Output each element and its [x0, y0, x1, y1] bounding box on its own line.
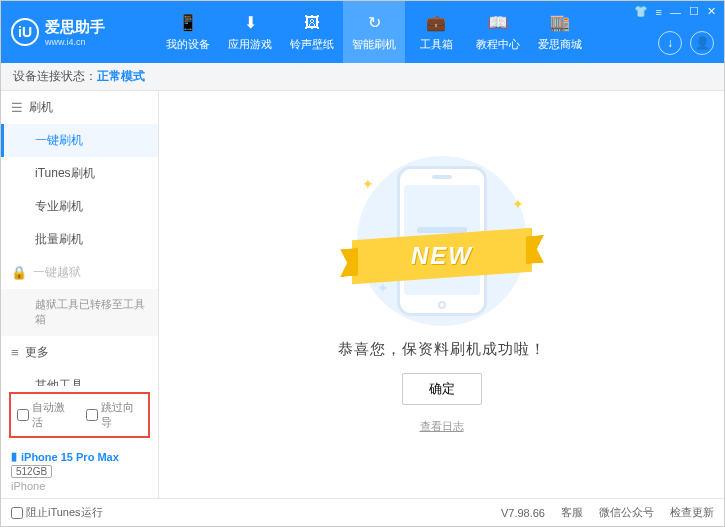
device-storage: 512GB [11, 465, 52, 478]
sidebar-group-jailbreak: 🔒一键越狱 [1, 256, 158, 289]
status-label: 设备连接状态： [13, 68, 97, 85]
sidebar-item-batch[interactable]: 批量刷机 [1, 223, 158, 256]
sidebar-item-othertools[interactable]: 其他工具 [1, 369, 158, 386]
footer-update[interactable]: 检查更新 [670, 505, 714, 520]
sparkle-icon: ✦ [512, 196, 524, 212]
menu-icon[interactable]: ≡ [656, 6, 662, 18]
sidebar-item-pro[interactable]: 专业刷机 [1, 190, 158, 223]
sidebar-item-oneclick[interactable]: 一键刷机 [1, 124, 158, 157]
status-bar: 设备连接状态： 正常模式 [1, 63, 724, 91]
sparkle-icon: ✦ [362, 176, 374, 192]
header: iU 爱思助手 www.i4.cn 📱我的设备 ⬇应用游戏 🖼铃声壁纸 ↻智能刷… [1, 1, 724, 63]
window-controls: 👕 ≡ — ☐ ✕ [634, 5, 716, 18]
download-button[interactable]: ↓ [658, 31, 682, 55]
sidebar-item-itunes[interactable]: iTunes刷机 [1, 157, 158, 190]
top-nav: 📱我的设备 ⬇应用游戏 🖼铃声壁纸 ↻智能刷机 💼工具箱 📖教程中心 🏬爱思商城 [157, 1, 591, 63]
flash-icon: ↻ [364, 13, 384, 33]
nav-apps[interactable]: ⬇应用游戏 [219, 1, 281, 63]
footer: 阻止iTunes运行 V7.98.66 客服 微信公众号 检查更新 [1, 498, 724, 526]
main-content: ✦ ✦ ✦ NEW 恭喜您，保资料刷机成功啦！ 确定 查看日志 [159, 91, 724, 498]
store-icon: 🏬 [550, 13, 570, 33]
app-subtitle: www.i4.cn [45, 37, 105, 47]
nav-toolbox[interactable]: 💼工具箱 [405, 1, 467, 63]
ok-button[interactable]: 确定 [402, 373, 482, 405]
close-icon[interactable]: ✕ [707, 5, 716, 18]
sidebar-options-highlight: 自动激活 跳过向导 [9, 392, 150, 438]
nav-ringtones[interactable]: 🖼铃声壁纸 [281, 1, 343, 63]
account-button[interactable]: 👤 [690, 31, 714, 55]
nav-tutorials[interactable]: 📖教程中心 [467, 1, 529, 63]
nav-flash[interactable]: ↻智能刷机 [343, 1, 405, 63]
sidebar-jailbreak-note: 越狱工具已转移至工具箱 [1, 289, 158, 336]
maximize-icon[interactable]: ☐ [689, 5, 699, 18]
status-value: 正常模式 [97, 68, 145, 85]
logo-icon: iU [11, 18, 39, 46]
device-icon: 📱 [178, 13, 198, 33]
view-log-link[interactable]: 查看日志 [420, 419, 464, 434]
device-info: ▮iPhone 15 Pro Max 512GB iPhone [1, 444, 158, 498]
nav-my-device[interactable]: 📱我的设备 [157, 1, 219, 63]
footer-service[interactable]: 客服 [561, 505, 583, 520]
checkbox-block-itunes[interactable]: 阻止iTunes运行 [11, 505, 103, 520]
skin-icon[interactable]: 👕 [634, 5, 648, 18]
checkbox-skip-guide[interactable]: 跳过向导 [86, 400, 143, 430]
sidebar-group-flash[interactable]: ☰刷机 [1, 91, 158, 124]
success-illustration: ✦ ✦ ✦ NEW [342, 156, 542, 326]
phone-icon: ▮ [11, 450, 17, 463]
apps-icon: ⬇ [240, 13, 260, 33]
minimize-icon[interactable]: — [670, 6, 681, 18]
sidebar: ☰刷机 一键刷机 iTunes刷机 专业刷机 批量刷机 🔒一键越狱 越狱工具已转… [1, 91, 159, 498]
app-title: 爱思助手 [45, 18, 105, 37]
more-icon: ≡ [11, 345, 19, 360]
lock-icon: 🔒 [11, 265, 27, 280]
sidebar-group-more[interactable]: ≡更多 [1, 336, 158, 369]
version-label: V7.98.66 [501, 507, 545, 519]
menu-icon: ☰ [11, 100, 23, 115]
book-icon: 📖 [488, 13, 508, 33]
nav-store[interactable]: 🏬爱思商城 [529, 1, 591, 63]
checkbox-auto-activate[interactable]: 自动激活 [17, 400, 74, 430]
toolbox-icon: 💼 [426, 13, 446, 33]
success-message: 恭喜您，保资料刷机成功啦！ [338, 340, 546, 359]
device-name[interactable]: ▮iPhone 15 Pro Max [11, 450, 148, 463]
picture-icon: 🖼 [302, 13, 322, 33]
device-type: iPhone [11, 480, 148, 492]
logo: iU 爱思助手 www.i4.cn [11, 18, 157, 47]
footer-wechat[interactable]: 微信公众号 [599, 505, 654, 520]
